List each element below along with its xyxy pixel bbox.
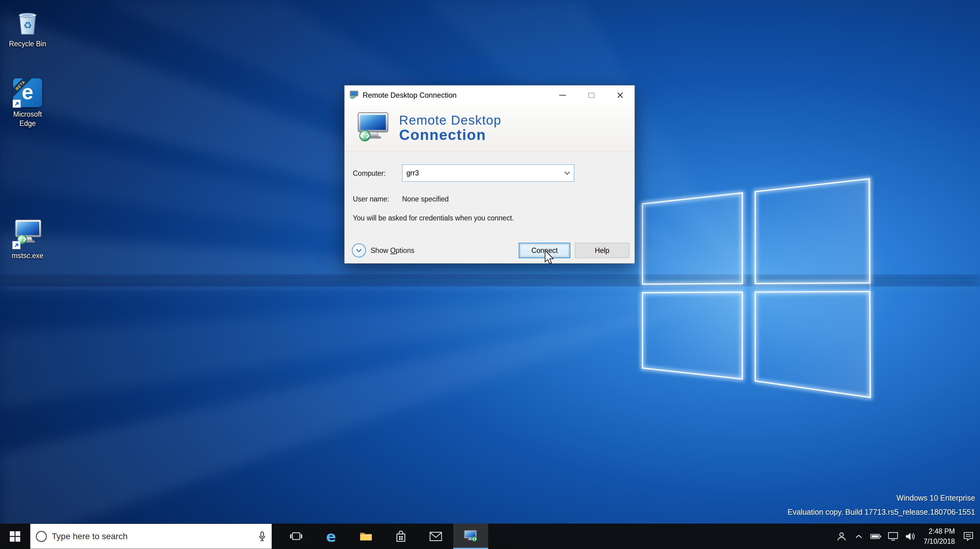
minimize-icon [559,95,566,95]
show-options-label: Show Options [371,247,414,255]
start-button[interactable] [0,524,30,549]
desktop-icon-label: Recycle Bin [9,40,46,49]
chevron-up-icon [855,534,862,539]
credentials-note: You will be asked for credentials when y… [353,214,514,222]
volume-button[interactable] [902,524,919,549]
maximize-button [577,86,606,105]
taskbar-file-explorer-button[interactable] [348,524,383,549]
computer-combobox[interactable]: grr3 [402,164,574,181]
action-center-button[interactable] [960,524,977,549]
search-input[interactable] [52,531,253,541]
file-explorer-icon [360,531,372,542]
taskbar-edge-button[interactable]: e [313,524,348,549]
username-value: None specified [402,195,449,203]
shortcut-arrow-icon [12,241,21,249]
help-button[interactable]: Help [575,243,629,258]
shortcut-arrow-icon [13,100,21,108]
taskbar: e [0,524,980,549]
remote-desktop-icon [13,219,42,248]
taskbar-mail-button[interactable] [418,524,453,549]
mouse-cursor [544,250,555,264]
brand-line1: Remote Desktop [399,113,501,127]
rdc-titlebar-icon [350,90,359,100]
watermark-line1: Windows 10 Enterprise [788,491,975,505]
task-view-icon [290,531,302,542]
taskbar-remote-desktop-button[interactable] [453,524,488,549]
taskbar-clock[interactable]: 2:48 PM 7/10/2018 [924,526,955,546]
taskbar-search[interactable] [30,524,272,549]
cortana-icon [36,531,47,542]
dialog-header: Remote Desktop Connection [345,105,635,151]
desktop: ♻ Recycle Bin e BETA Microsoft Edge [0,0,980,549]
people-button[interactable] [833,524,850,549]
taskbar-store-button[interactable] [383,524,418,549]
store-icon [395,531,406,542]
computer-value: grr3 [402,169,560,177]
windows-logo-icon [10,531,20,542]
battery-button[interactable] [867,524,885,549]
show-options-button[interactable]: Show Options [352,243,414,258]
dialog-title: Remote Desktop Connection [363,91,457,100]
clock-date: 7/10/2018 [924,536,955,546]
action-center-icon [964,532,973,541]
remote-desktop-icon [464,530,478,542]
svg-text:♻: ♻ [23,20,32,31]
edge-icon: e BETA [13,78,42,107]
eval-watermark: Windows 10 Enterprise Evaluation copy. B… [788,491,975,519]
close-button[interactable] [606,86,635,105]
rdc-logo [356,111,390,145]
brand-block: Remote Desktop Connection [399,113,501,143]
people-icon [837,532,846,541]
edge-icon: e [326,529,336,544]
system-tray: 2:48 PM 7/10/2018 [833,524,980,549]
maximize-icon [588,93,595,98]
dialog-titlebar[interactable]: Remote Desktop Connection [345,86,635,105]
watermark-line2: Evaluation copy. Build 17713.rs5_release… [788,505,975,519]
battery-icon [870,534,881,539]
network-display-icon [888,532,898,541]
desktop-icon-label: mstsc.exe [12,251,43,261]
microphone-icon[interactable] [258,531,266,542]
brand-line2: Connection [399,127,501,143]
minimize-button[interactable] [548,86,577,105]
computer-label: Computer: [353,169,385,178]
speaker-icon [905,532,915,541]
recycle-bin-icon: ♻ [13,6,41,37]
clock-time: 2:48 PM [924,526,955,536]
username-label: User name: [353,195,389,203]
desktop-icon-label: Microsoft Edge [13,110,41,128]
rdc-dialog: Remote Desktop Connection [344,85,635,264]
desktop-icon-recycle-bin[interactable]: ♻ Recycle Bin [1,6,54,49]
chevron-down-icon[interactable] [560,171,574,175]
tray-overflow-button[interactable] [850,524,867,549]
dialog-body: Computer: grr3 User name: None specified… [345,151,635,263]
network-button[interactable] [885,524,902,549]
desktop-icon-microsoft-edge[interactable]: e BETA Microsoft Edge [1,78,54,128]
desktop-icon-mstsc[interactable]: mstsc.exe [1,219,54,261]
wallpaper-image [0,0,980,549]
close-icon [616,92,624,99]
mail-icon [430,532,442,541]
chevron-down-circle-icon [352,243,366,258]
task-view-button[interactable] [279,524,313,549]
